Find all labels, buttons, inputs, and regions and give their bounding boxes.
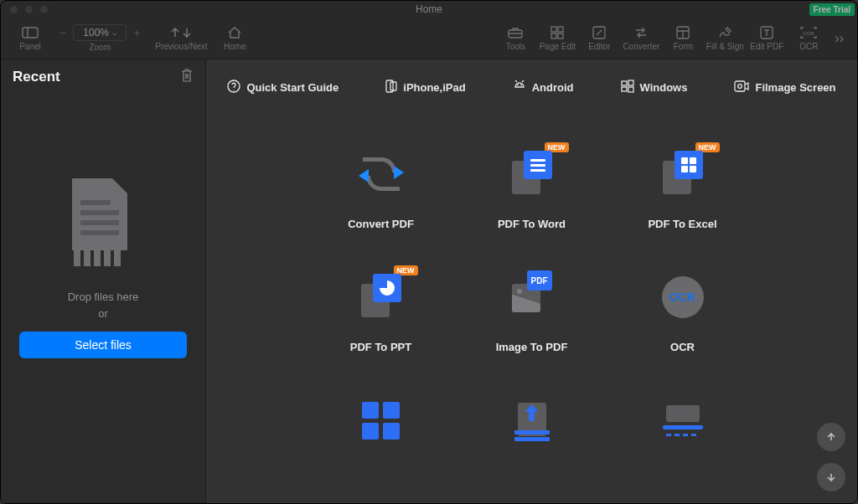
- home-label: Home: [224, 42, 246, 51]
- scroll-down-button[interactable]: [817, 463, 845, 491]
- drop-line-1: Drop files here: [68, 291, 139, 303]
- form-label: Form: [674, 42, 693, 51]
- ocr-label: OCR: [799, 42, 818, 51]
- app-window: Home Free Trial Panel − 100% ⌵ + Zoom: [0, 0, 858, 504]
- quick-link-label: Filmage Screen: [755, 81, 835, 94]
- scroll-top-button[interactable]: [817, 423, 845, 451]
- filmage-screen-link[interactable]: Filmage Screen: [734, 80, 835, 95]
- compress-icon: [507, 395, 557, 445]
- svg-rect-5: [558, 27, 563, 32]
- prev-next-button[interactable]: Previous/Next: [148, 18, 214, 59]
- svg-rect-6: [551, 33, 556, 39]
- drop-line-2: or: [98, 307, 108, 320]
- panel-label: Panel: [19, 42, 41, 51]
- svg-rect-23: [622, 87, 627, 91]
- tile-pdf-to-word[interactable]: NEW PDF To Word: [457, 149, 607, 230]
- ocr-button[interactable]: OCR OCR: [788, 18, 830, 59]
- select-files-button[interactable]: Select files: [19, 332, 187, 358]
- editor-label: Editor: [588, 42, 610, 51]
- zoom-in-button[interactable]: +: [130, 26, 143, 39]
- arrow-down-icon: [824, 471, 838, 484]
- help-icon: [227, 80, 240, 95]
- tile-convert-pdf[interactable]: Convert PDF: [306, 149, 457, 230]
- convert-icon: [633, 25, 649, 40]
- ocr-icon: OCR: [800, 25, 817, 40]
- quick-start-guide-link[interactable]: Quick Start Guide: [227, 80, 339, 95]
- sidebar: Recent: [1, 59, 206, 503]
- zoom-value: 100%: [83, 27, 109, 39]
- drop-hint: Drop files here or: [68, 289, 139, 321]
- editor-button[interactable]: Editor: [578, 18, 620, 59]
- arrow-up-icon: [824, 430, 838, 444]
- svg-rect-0: [23, 28, 38, 38]
- tile-label: OCR: [670, 341, 695, 353]
- sidebar-header: Recent: [1, 59, 205, 95]
- svg-rect-22: [628, 80, 633, 85]
- windows-icon: [621, 80, 634, 95]
- pdf-to-ppt-icon: [356, 272, 406, 322]
- quick-link-label: Android: [532, 81, 574, 94]
- window-title: Home: [1, 3, 857, 15]
- svg-rect-7: [558, 33, 563, 39]
- svg-line-18: [522, 80, 524, 82]
- svg-point-14: [228, 80, 240, 92]
- app-body: Recent: [1, 59, 857, 503]
- tools-button[interactable]: Tools: [494, 18, 536, 59]
- quick-link-label: Quick Start Guide: [246, 81, 339, 94]
- panel-icon: [22, 25, 39, 40]
- svg-rect-4: [551, 27, 556, 32]
- title-bar: Home Free Trial: [1, 1, 857, 18]
- fill-sign-label: Fill & Sign: [706, 42, 744, 51]
- tile-pdf-to-ppt[interactable]: NEW PDF To PPT: [306, 272, 457, 353]
- chevron-down-icon: ⌵: [112, 28, 116, 37]
- fill-sign-button[interactable]: Fill & Sign: [704, 18, 746, 59]
- tile-merge-pdf[interactable]: [306, 395, 457, 445]
- toolbar-overflow-button[interactable]: ››: [830, 31, 849, 46]
- android-link[interactable]: Android: [513, 80, 574, 95]
- zoom-group: − 100% ⌵ + Zoom: [56, 24, 143, 52]
- svg-rect-24: [628, 87, 633, 92]
- home-icon: [227, 25, 242, 40]
- tile-label: PDF To PPT: [350, 341, 411, 353]
- tile-label: PDF To Word: [498, 218, 566, 230]
- tile-ocr[interactable]: OCR OCR: [607, 272, 758, 353]
- document-shred-icon: [65, 178, 141, 279]
- tile-scanner[interactable]: [607, 395, 758, 445]
- svg-rect-25: [735, 81, 745, 91]
- tile-compress-pdf[interactable]: [457, 395, 607, 445]
- drop-zone[interactable]: Drop files here or Select files: [1, 95, 205, 503]
- merge-icon: [356, 395, 406, 445]
- tile-image-to-pdf[interactable]: PDF Image To PDF: [457, 272, 607, 353]
- zoom-out-button[interactable]: −: [56, 26, 70, 39]
- text-box-icon: [760, 25, 773, 40]
- svg-point-20: [520, 85, 521, 85]
- page-edit-button[interactable]: Page Edit: [536, 18, 578, 59]
- signature-icon: [717, 25, 732, 40]
- quick-links-bar: Quick Start Guide iPhone,iPad Android Wi…: [206, 59, 857, 116]
- panel-toggle-button[interactable]: Panel: [9, 18, 51, 59]
- svg-rect-21: [622, 81, 627, 85]
- trash-icon[interactable]: [180, 68, 194, 86]
- converter-label: Converter: [623, 42, 659, 51]
- edit-icon: [592, 25, 606, 40]
- form-button[interactable]: Form: [662, 18, 704, 59]
- quick-link-label: iPhone,iPad: [403, 81, 465, 94]
- tile-pdf-to-excel[interactable]: NEW PDF To Excel: [607, 149, 758, 230]
- edit-pdf-button[interactable]: Edit PDF: [746, 18, 788, 59]
- floating-actions: [817, 423, 845, 491]
- edit-pdf-label: Edit PDF: [750, 42, 783, 51]
- ocr-circle-icon: OCR: [658, 272, 708, 322]
- windows-link[interactable]: Windows: [621, 80, 688, 95]
- pdf-to-excel-icon: [658, 149, 708, 199]
- home-button[interactable]: Home: [214, 18, 256, 59]
- main-toolbar: Panel − 100% ⌵ + Zoom Previous/Next: [1, 18, 857, 59]
- android-icon: [513, 80, 526, 95]
- form-icon: [676, 25, 690, 40]
- iphone-ipad-link[interactable]: iPhone,iPad: [385, 80, 465, 95]
- recent-heading: Recent: [13, 69, 60, 85]
- zoom-select[interactable]: 100% ⌵: [73, 24, 127, 41]
- quick-link-label: Windows: [640, 81, 688, 94]
- grid-icon: [550, 25, 564, 40]
- svg-point-19: [517, 85, 518, 85]
- converter-button[interactable]: Converter: [620, 18, 662, 59]
